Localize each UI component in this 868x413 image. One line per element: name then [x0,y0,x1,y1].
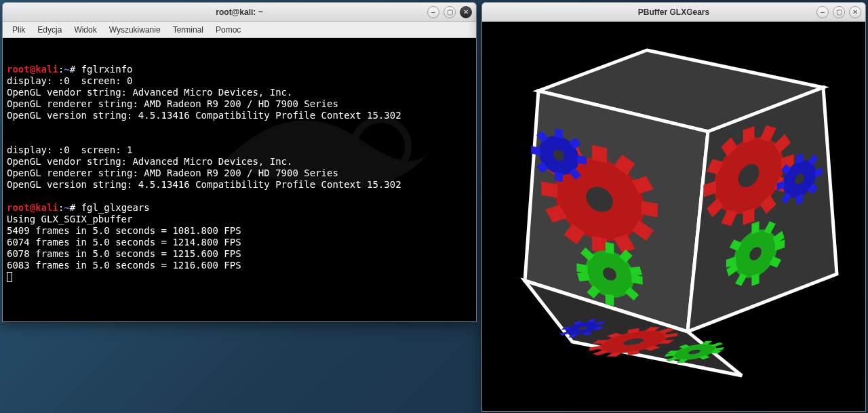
close-button[interactable]: ✕ [849,6,861,18]
output-line: OpenGL renderer string: AMD Radeon R9 20… [7,98,338,109]
close-icon: ✕ [852,8,858,16]
menu-search[interactable]: Wyszukiwanie [104,24,166,36]
menu-file[interactable]: Plik [7,24,31,36]
output-line: display: :0 screen: 1 [7,144,132,155]
menu-help[interactable]: Pomoc [210,24,246,36]
terminal-title: root@kali: ~ [216,7,262,17]
svg-point-0 [354,119,408,174]
prompt-host: kali [35,64,58,75]
glxgears-window: PBuffer GLXGears – ▢ ✕ [481,2,866,412]
command-2: fgl_glxgears [81,202,150,213]
output-line: OpenGL vendor string: Advanced Micro Dev… [7,156,292,167]
glxgears-titlebar[interactable]: PBuffer GLXGears – ▢ ✕ [482,3,865,22]
glxgears-viewport[interactable] [482,22,865,411]
output-line: display: :0 screen: 0 [7,75,132,86]
menu-terminal[interactable]: Terminal [167,24,209,36]
terminal-window-controls: – ▢ ✕ [427,6,472,18]
output-line: 6078 frames in 5.0 seconds = 1215.600 FP… [7,248,241,259]
minimize-button[interactable]: – [427,6,439,18]
terminal-menubar: Plik Edycja Widok Wyszukiwanie Terminal … [3,22,476,38]
prompt-at: @ [30,64,35,75]
menu-view[interactable]: Widok [68,24,102,36]
prompt-path: ~ [64,64,69,75]
maximize-button[interactable]: ▢ [443,6,456,18]
output-line: OpenGL vendor string: Advanced Micro Dev… [7,87,292,98]
output-line: OpenGL version string: 4.5.13416 Compati… [7,110,401,121]
maximize-icon: ▢ [447,8,453,16]
minimize-icon: – [821,8,825,16]
glxgears-window-controls: – ▢ ✕ [816,6,861,18]
command-1: fglrxinfo [81,64,133,75]
terminal-window: root@kali: ~ – ▢ ✕ Plik Edycja Widok Wys… [2,2,477,322]
output-line: 5409 frames in 5.0 seconds = 1081.800 FP… [7,225,241,236]
terminal-titlebar[interactable]: root@kali: ~ – ▢ ✕ [3,3,476,22]
terminal-cursor [7,272,12,282]
close-icon: ✕ [463,8,469,16]
minimize-icon: – [431,8,435,16]
maximize-icon: ▢ [836,8,842,16]
prompt-path: ~ [64,202,69,213]
prompt-user: root [7,64,30,75]
prompt-user: root [7,202,30,213]
glxgears-title: PBuffer GLXGears [638,7,709,17]
menu-edit[interactable]: Edycja [32,24,67,36]
prompt-symbol: # [70,202,75,213]
output-line: Using GLX_SGIX_pbuffer [7,214,132,224]
prompt-symbol: # [70,64,75,75]
maximize-button[interactable]: ▢ [833,6,845,18]
prompt-at: @ [30,202,35,213]
terminal-content[interactable]: root@kali:~# fglrxinfo display: :0 scree… [3,38,476,321]
gears-cube-render [484,23,864,410]
output-line: 6074 frames in 5.0 seconds = 1214.800 FP… [7,237,241,248]
close-button[interactable]: ✕ [460,6,472,18]
output-line: OpenGL version string: 4.5.13416 Compati… [7,179,401,190]
output-line: OpenGL renderer string: AMD Radeon R9 20… [7,168,338,178]
prompt-host: kali [35,202,58,213]
minimize-button[interactable]: – [816,6,829,18]
output-line: 6083 frames in 5.0 seconds = 1216.600 FP… [7,260,241,271]
